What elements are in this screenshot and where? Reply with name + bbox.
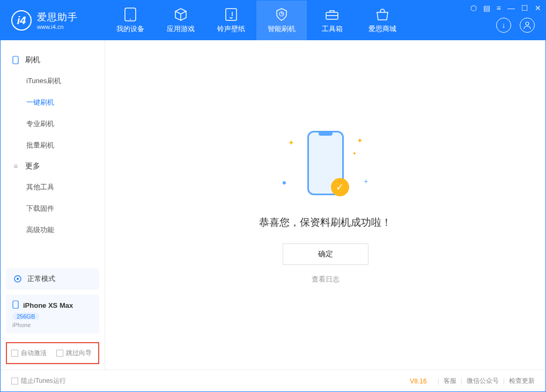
checkbox-skip-guide[interactable]: 跳过向导 [56, 349, 92, 358]
window-controls: ⬡ ▤ ≡ — ☐ ✕ [470, 4, 541, 12]
sparkle-icon: ✦ [288, 138, 294, 147]
app-website: www.i4.cn [37, 24, 78, 30]
success-message: 恭喜您，保资料刷机成功啦！ [259, 216, 392, 230]
nav-tab-ringtones[interactable]: 铃声壁纸 [206, 1, 256, 40]
device-type: iPhone [12, 322, 93, 328]
phone-notch [319, 132, 333, 136]
nav-tab-apps[interactable]: 应用游戏 [156, 1, 206, 40]
nav-tabs: 我的设备 应用游戏 铃声壁纸 智能刷机 工具箱 爱思商城 [105, 1, 408, 40]
sidebar: 刷机 iTunes刷机 一键刷机 专业刷机 批量刷机 ≡ 更多 其他工具 下载固… [1, 40, 105, 369]
sidebar-item-oneclick-flash[interactable]: 一键刷机 [1, 92, 105, 113]
logo-area: i4 爱思助手 www.i4.cn [1, 10, 105, 31]
sidebar-item-pro-flash[interactable]: 专业刷机 [1, 113, 105, 135]
phone-small-icon [12, 300, 19, 310]
sidebar-item-batch-flash[interactable]: 批量刷机 [1, 135, 105, 156]
sidebar-options-highlighted: 自动激活 跳过向导 [6, 342, 99, 364]
checkmark-badge-icon: ✓ [331, 178, 349, 196]
user-icon[interactable] [520, 18, 535, 33]
checkbox-icon [56, 350, 63, 357]
sidebar-group-flash: 刷机 [1, 50, 105, 70]
nav-tab-device[interactable]: 我的设备 [105, 1, 156, 40]
sidebar-item-download-fw[interactable]: 下载固件 [1, 198, 105, 219]
store-icon [375, 7, 390, 22]
nav-tab-toolbox[interactable]: 工具箱 [307, 1, 357, 40]
maximize-button[interactable]: ☐ [521, 4, 528, 12]
footer-link-support[interactable]: 客服 [444, 376, 456, 386]
device-info-block[interactable]: iPhone XS Max 256GB iPhone [6, 295, 99, 334]
sidebar-item-other-tools[interactable]: 其他工具 [1, 176, 105, 198]
minimize-button[interactable]: — [507, 4, 515, 12]
device-name: iPhone XS Max [12, 300, 93, 310]
device-mode-block[interactable]: 正常模式 [6, 268, 99, 290]
shirt-icon[interactable]: ⬡ [470, 4, 477, 12]
svg-point-4 [526, 22, 529, 25]
version-label: V8.16 [410, 378, 426, 385]
svg-rect-8 [13, 301, 18, 308]
app-logo-icon: i4 [11, 10, 32, 31]
sidebar-item-advanced[interactable]: 高级功能 [1, 219, 105, 241]
svg-point-1 [130, 19, 131, 20]
footer: 阻止iTunes运行 V8.16 | 客服 | 微信公众号 | 检查更新 [1, 369, 545, 392]
list-icon[interactable]: ▤ [483, 4, 490, 12]
phone-icon [11, 56, 20, 64]
music-icon [224, 7, 239, 22]
toolbox-icon [324, 7, 340, 22]
download-icon[interactable]: ↓ [496, 18, 511, 33]
header-action-icons: ↓ [496, 18, 535, 33]
mode-icon [12, 273, 23, 284]
svg-rect-5 [13, 56, 18, 64]
success-illustration: ✦ ✦ + ✓ [272, 125, 379, 201]
footer-link-update[interactable]: 检查更新 [509, 376, 535, 386]
device-icon [123, 7, 138, 22]
nav-tab-store[interactable]: 爱思商城 [357, 1, 408, 40]
close-button[interactable]: ✕ [535, 4, 541, 12]
menu-icon[interactable]: ≡ [497, 4, 501, 12]
dot-icon [283, 181, 286, 184]
sidebar-group-more: ≡ 更多 [1, 156, 105, 176]
footer-left: 阻止iTunes运行 [11, 376, 66, 386]
nav-tab-flash[interactable]: 智能刷机 [256, 1, 307, 40]
app-header: i4 爱思助手 www.i4.cn 我的设备 应用游戏 铃声壁纸 智能刷机 工具… [1, 1, 545, 40]
footer-link-wechat[interactable]: 微信公众号 [467, 376, 499, 386]
dot-icon [353, 152, 356, 154]
logo-text: 爱思助手 www.i4.cn [37, 11, 78, 30]
view-log-link[interactable]: 查看日志 [312, 275, 340, 284]
app-name: 爱思助手 [37, 11, 78, 24]
checkbox-icon [11, 378, 18, 384]
device-storage-badge: 256GB [12, 313, 39, 320]
svg-point-7 [17, 278, 19, 280]
sparkle-icon: ✦ [357, 136, 363, 145]
main-content: ✦ ✦ + ✓ 恭喜您，保资料刷机成功啦！ 确定 查看日志 [105, 40, 545, 369]
cube-icon [173, 7, 188, 22]
sparkle-icon: + [364, 177, 368, 186]
checkbox-auto-activate[interactable]: 自动激活 [11, 349, 47, 358]
body-area: 刷机 iTunes刷机 一键刷机 专业刷机 批量刷机 ≡ 更多 其他工具 下载固… [1, 40, 545, 369]
sidebar-scroll: 刷机 iTunes刷机 一键刷机 专业刷机 批量刷机 ≡ 更多 其他工具 下载固… [1, 40, 105, 268]
more-icon: ≡ [11, 162, 20, 171]
checkbox-icon [11, 350, 18, 357]
ok-button[interactable]: 确定 [283, 243, 368, 265]
sidebar-item-itunes-flash[interactable]: iTunes刷机 [1, 70, 105, 92]
shield-icon [274, 7, 289, 22]
checkbox-block-itunes[interactable]: 阻止iTunes运行 [11, 376, 66, 386]
footer-right: V8.16 | 客服 | 微信公众号 | 检查更新 [410, 376, 535, 386]
